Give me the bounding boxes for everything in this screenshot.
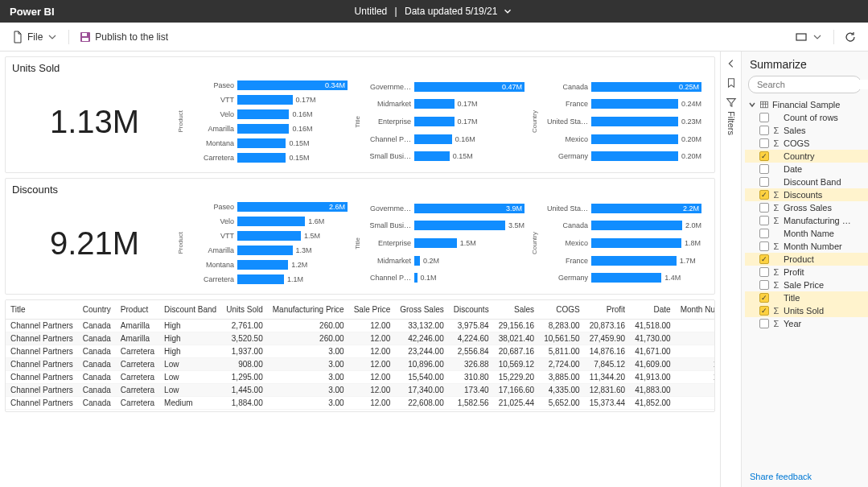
- bar-row[interactable]: Small Busi…3.5M: [363, 219, 525, 232]
- column-header[interactable]: Title: [6, 300, 78, 320]
- table-row[interactable]: Channel PartnersCanadaCarreteraHigh1,937…: [6, 345, 714, 358]
- bar-row[interactable]: Germany1.4M: [540, 271, 701, 284]
- checkbox[interactable]: [759, 280, 769, 290]
- field-date[interactable]: Date: [745, 163, 868, 175]
- column-header[interactable]: Units Sold: [221, 300, 268, 320]
- column-header[interactable]: COGS: [539, 300, 585, 320]
- bar-row[interactable]: Mexico0.20M: [540, 133, 701, 146]
- checkbox[interactable]: [759, 241, 769, 251]
- field-year[interactable]: ΣYear: [745, 317, 868, 330]
- checkbox[interactable]: [759, 254, 769, 264]
- field-title[interactable]: Title: [745, 291, 868, 304]
- field-product[interactable]: Product: [745, 253, 868, 266]
- bar-row[interactable]: Montana0.15M: [186, 137, 348, 150]
- bar-row[interactable]: Small Busi…0.15M: [363, 150, 525, 163]
- checkbox[interactable]: [759, 138, 769, 148]
- bookmark-icon[interactable]: [726, 77, 737, 89]
- field-gross-sales[interactable]: ΣGross Sales: [745, 201, 868, 214]
- bar-row[interactable]: France0.24M: [540, 97, 701, 110]
- bar-row[interactable]: Carretera0.15M: [186, 151, 348, 164]
- bar-row[interactable]: United Sta…2.2M: [540, 202, 701, 215]
- bar-chart-discounts_title[interactable]: TitleGovernme…3.9MSmall Busi…3.5MEnterpr…: [354, 199, 531, 287]
- field-sale-price[interactable]: ΣSale Price: [745, 279, 868, 291]
- column-header[interactable]: Manufacturing Price: [268, 300, 349, 320]
- bar-row[interactable]: VTT0.17M: [186, 93, 348, 106]
- table-row[interactable]: Channel PartnersCanadaCarreteraLow1,295.…: [6, 371, 714, 384]
- bar-row[interactable]: VTT1.5M: [186, 229, 348, 242]
- bar-row[interactable]: Mexico1.8M: [540, 237, 701, 250]
- titlebar-center[interactable]: Untitled | Data updated 5/19/21: [355, 6, 514, 17]
- bar-row[interactable]: Midmarket0.2M: [363, 254, 525, 267]
- tree-table-node[interactable]: Financial Sample: [745, 98, 868, 111]
- column-header[interactable]: Profit: [585, 300, 631, 320]
- field-country[interactable]: Country: [745, 150, 868, 163]
- column-header[interactable]: Month Number: [676, 300, 714, 320]
- checkbox[interactable]: [759, 267, 769, 277]
- field-month-name[interactable]: Month Name: [745, 227, 868, 240]
- checkbox[interactable]: [759, 293, 769, 303]
- field-sales[interactable]: ΣSales: [745, 124, 868, 137]
- table-row[interactable]: Channel PartnersCanadaCarreteraLow908.00…: [6, 358, 714, 371]
- column-header[interactable]: Sale Price: [349, 300, 396, 320]
- bar-row[interactable]: Enterprise1.5M: [363, 237, 525, 250]
- bar-row[interactable]: Midmarket0.17M: [363, 97, 525, 110]
- field-manufacturing-[interactable]: ΣManufacturing …: [745, 214, 868, 227]
- bar-chart-discounts_country[interactable]: CountryUnited Sta…2.2MCanada2.0MMexico1.…: [531, 199, 708, 287]
- field-units-sold[interactable]: ΣUnits Sold: [745, 304, 868, 317]
- bar-row[interactable]: Governme…0.47M: [363, 80, 525, 93]
- bar-chart-unitsSold_title[interactable]: TitleGovernme…0.47MMidmarket0.17MEnterpr…: [354, 77, 531, 166]
- bar-row[interactable]: Velo1.6M: [186, 215, 348, 228]
- share-feedback-link[interactable]: Share feedback: [750, 472, 812, 481]
- bar-row[interactable]: Enterprise0.17M: [363, 115, 525, 128]
- card-discounts[interactable]: Discounts 9.21M ProductPaseo2.6MVelo1.6M…: [5, 178, 715, 295]
- bar-chart-discounts_product[interactable]: ProductPaseo2.6MVelo1.6MVTT1.5MAmarilla1…: [177, 199, 354, 287]
- bar-row[interactable]: Canada0.25M: [540, 80, 701, 93]
- bar-row[interactable]: Germany0.20M: [540, 150, 701, 163]
- table-row[interactable]: Channel PartnersCanadaCarreteraMedium1,8…: [6, 397, 714, 410]
- chevron-left-icon[interactable]: [726, 58, 737, 69]
- bar-row[interactable]: Velo0.16M: [186, 108, 348, 121]
- field-cogs[interactable]: ΣCOGS: [745, 137, 868, 150]
- bar-row[interactable]: Amarilla1.3M: [186, 244, 348, 257]
- chevron-down-icon[interactable]: [502, 6, 513, 17]
- bar-chart-unitsSold_product[interactable]: ProductPaseo0.34MVTT0.17MVelo0.16MAmaril…: [177, 77, 354, 166]
- card-units-sold[interactable]: Units Sold 1.13M ProductPaseo0.34MVTT0.1…: [5, 56, 715, 173]
- table-row[interactable]: Channel PartnersCanadaAmarillaHigh3,520.…: [6, 332, 714, 345]
- checkbox[interactable]: [759, 319, 769, 328]
- publish-button[interactable]: Publish to the list: [74, 27, 173, 47]
- checkbox[interactable]: [759, 113, 769, 122]
- field-count-of-rows[interactable]: Count of rows: [745, 111, 868, 124]
- bar-row[interactable]: Channel P…0.1M: [363, 271, 525, 284]
- bar-row[interactable]: France1.7M: [540, 254, 701, 267]
- data-table[interactable]: TitleCountryProductDiscount BandUnits So…: [6, 300, 714, 410]
- checkbox[interactable]: [759, 164, 769, 174]
- column-header[interactable]: Country: [78, 300, 116, 320]
- column-header[interactable]: Sales: [494, 300, 540, 320]
- checkbox[interactable]: [759, 126, 769, 135]
- field-month-number[interactable]: ΣMonth Number: [745, 240, 868, 253]
- checkbox[interactable]: [759, 306, 769, 316]
- bar-row[interactable]: United Sta…0.23M: [540, 115, 701, 128]
- search-input[interactable]: [757, 80, 868, 89]
- card-data-table[interactable]: TitleCountryProductDiscount BandUnits So…: [5, 299, 715, 412]
- field-discount-band[interactable]: Discount Band: [745, 175, 868, 188]
- table-row[interactable]: Channel PartnersCanadaAmarillaHigh2,761.…: [6, 320, 714, 332]
- column-header[interactable]: Date: [630, 300, 676, 320]
- field-profit[interactable]: ΣProfit: [745, 266, 868, 279]
- bar-row[interactable]: Carretera1.1M: [186, 273, 348, 286]
- filters-rail-button[interactable]: Filters: [726, 97, 737, 135]
- bar-row[interactable]: Amarilla0.16M: [186, 122, 348, 135]
- checkbox[interactable]: [759, 229, 769, 238]
- checkbox[interactable]: [759, 216, 769, 225]
- search-box[interactable]: [748, 76, 862, 93]
- file-menu-button[interactable]: File: [6, 27, 64, 47]
- column-header[interactable]: Discounts: [449, 300, 494, 320]
- bar-row[interactable]: Channel P…0.16M: [363, 133, 525, 146]
- bar-row[interactable]: Governme…3.9M: [363, 202, 525, 215]
- bar-chart-unitsSold_country[interactable]: CountryCanada0.25MFrance0.24MUnited Sta……: [531, 77, 708, 166]
- column-header[interactable]: Product: [116, 300, 159, 320]
- table-row[interactable]: Channel PartnersCanadaCarreteraLow1,445.…: [6, 384, 714, 397]
- field-discounts[interactable]: ΣDiscounts: [745, 188, 868, 201]
- bar-row[interactable]: Paseo0.34M: [186, 79, 348, 92]
- bar-row[interactable]: Montana1.2M: [186, 258, 348, 271]
